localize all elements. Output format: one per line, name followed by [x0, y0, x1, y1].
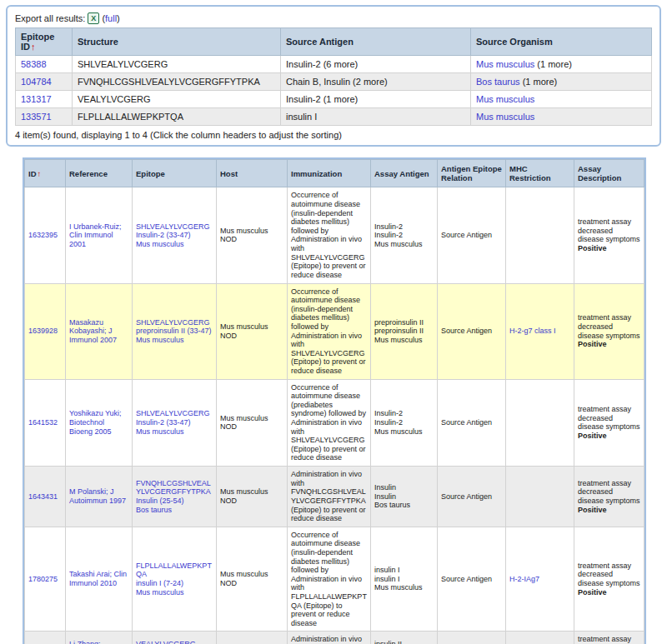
epitope-antigen-link[interactable]: preproinsulin II (33-47) [136, 327, 213, 336]
reference-link[interactable]: I Urbanek-Ruiz; Clin Immunol 2001 [69, 222, 122, 248]
epitope-sequence-link[interactable]: SHLVEALYLVCGERG [136, 318, 213, 327]
epitope-cell: FLPLLALLALWEPKPTQA insulin I (7-24) Mus … [133, 527, 217, 632]
assay-row: 1641532 Yoshikazu Yuki; Biotechnol Bioen… [25, 379, 644, 466]
assay-result: Positive [578, 340, 640, 349]
epitope-results-table: Epitope ID↑ Structure Source Antigen Sou… [15, 27, 652, 126]
assay-id-link[interactable]: 1632395 [28, 231, 58, 239]
assay-antigen-cell: Insulin-2 Insulin-2 Mus musculus [371, 379, 438, 466]
epitope-cell: FVNQHLCGSHLVEALYLVCGERGFFYTPKA Insulin (… [133, 467, 217, 527]
assay-description-cell: treatment assay decreased disease sympto… [574, 467, 644, 527]
mhc-restriction-link[interactable]: H-2-g7 class I [509, 327, 556, 335]
assay-id-link[interactable]: 1643431 [28, 492, 58, 501]
column-header-assay-description[interactable]: Assay Description [574, 160, 644, 187]
source-organism-link[interactable]: Bos taurus [476, 77, 520, 87]
assay-antigen-name: insulin I [374, 566, 434, 575]
antigen-epitope-relation-cell: Source Antigen [438, 187, 506, 283]
epitope-antigen-link[interactable]: insulin I (7-24) [136, 579, 213, 588]
epitope-organism-link[interactable]: Mus musculus [136, 588, 213, 597]
source-organism-cell: Mus musculus (1 more) [471, 56, 652, 73]
column-header-antigen-epitope-relation[interactable]: Antigen Epitope Relation [438, 160, 506, 187]
epitope-antigen-link[interactable]: Insulin (25-54) [136, 497, 213, 506]
column-header-host[interactable]: Host [217, 160, 288, 187]
assay-antigen-cell: Insulin-2 Insulin-2 Mus musculus [371, 187, 438, 283]
epitope-cell: SHLVEALYLVCGERG preproinsulin II (33-47)… [133, 283, 217, 379]
epitope-id-link[interactable]: 131317 [21, 94, 52, 104]
column-header-mhc-restriction[interactable]: MHC Restriction [506, 160, 574, 187]
epitope-cell: VEALYLVCGERG insulin II (36-47) Mus musc… [133, 632, 217, 644]
assay-antigen-name: Insulin [374, 483, 434, 492]
source-antigen-cell: insulin I [281, 108, 471, 126]
epitope-id-link[interactable]: 58388 [21, 59, 47, 69]
source-organism-link[interactable]: Mus musculus [476, 59, 534, 69]
column-header-epitope[interactable]: Epitope [133, 160, 217, 187]
column-header-epitope-id[interactable]: Epitope ID↑ [16, 28, 73, 56]
assay-antigen-name: insulin II [374, 640, 434, 644]
assay-id-link[interactable]: 1639928 [28, 327, 58, 335]
epitope-antigen-link[interactable]: Insulin-2 (33-47) [136, 231, 213, 240]
host-cell: Mus musculus NOD [217, 187, 288, 283]
assay-antigen-name: Insulin-2 [374, 409, 434, 418]
assay-row: 1885405 Li Zhang; Diabetes Metab Res Rev… [25, 632, 644, 644]
assay-description-cell: treatment assay decreased disease sympto… [574, 283, 644, 379]
column-header-reference[interactable]: Reference [66, 160, 133, 187]
excel-export-icon[interactable]: X [88, 12, 99, 24]
epitope-sequence-link[interactable]: FLPLLALLALWEPKPTQA [136, 562, 213, 579]
host-cell: Mus musculus NOD [217, 283, 288, 379]
epitope-id-link[interactable]: 104784 [21, 77, 52, 87]
epitope-row: 133571 FLPLLALLALWEPKPTQA insulin I Mus … [16, 108, 652, 126]
column-header-source-organism[interactable]: Source Organism [471, 28, 652, 56]
assay-id-link[interactable]: 1641532 [28, 418, 58, 427]
epitope-antigen-link[interactable]: Insulin-2 (33-47) [136, 418, 213, 427]
immunization-cell: Occurrence of autoimmune disease (insuli… [288, 527, 371, 632]
mhc-restriction-link[interactable]: H-2-IAg7 [509, 575, 539, 583]
assay-row: 1639928 Masakazu Kobayashi; J Immunol 20… [25, 283, 644, 379]
assay-results-panel: ID↑ Reference Epitope Host Immunization … [23, 157, 646, 644]
epitope-organism-link[interactable]: Mus musculus [136, 427, 213, 437]
source-organism-link[interactable]: Mus musculus [476, 112, 534, 122]
export-bar: Export all results: X (full) [15, 12, 652, 27]
reference-link[interactable]: Takashi Arai; Clin Immunol 2010 [69, 570, 127, 587]
epitope-sequence-link[interactable]: VEALYLVCGERG [136, 640, 213, 644]
epitope-sequence-link[interactable]: SHLVEALYLVCGERG [136, 409, 213, 418]
assay-description-cell: treatment assay decreased disease sympto… [574, 632, 644, 644]
export-results-panel: Export all results: X (full) Epitope ID↑… [6, 5, 661, 147]
reference-link[interactable]: Li Zhang; Diabetes Metab Res Rev 2011 [69, 640, 122, 644]
epitope-id-link[interactable]: 133571 [21, 112, 52, 122]
column-header-immunization[interactable]: Immunization [288, 160, 371, 187]
structure-cell: VEALYLVCGERG [73, 91, 281, 108]
reference-link[interactable]: M Polanski; J Autoimmun 1997 [69, 487, 126, 505]
assay-result: Positive [578, 588, 640, 597]
assay-description-text: treatment assay decreased disease sympto… [578, 479, 640, 505]
assay-description-text: treatment assay decreased disease sympto… [578, 405, 640, 431]
result-count-text: 4 item(s) found, displaying 1 to 4 (Clic… [15, 126, 652, 142]
column-header-assay-antigen[interactable]: Assay Antigen [371, 160, 438, 187]
assay-description-text: treatment assay decreased disease sympto… [578, 562, 640, 587]
structure-cell: FVNQHLCGSHLVEALYLVCGERGFFYTPKA [73, 73, 281, 91]
epitope-row: 104784 FVNQHLCGSHLVEALYLVCGERGFFYTPKA Ch… [16, 73, 652, 91]
assay-antigen-organism: Mus musculus [374, 240, 434, 249]
assay-row: 1643431 M Polanski; J Autoimmun 1997 FVN… [25, 467, 644, 527]
assay-antigen-parent: preproinsulin II [374, 327, 434, 336]
epitope-organism-link[interactable]: Mus musculus [136, 240, 213, 249]
epitope-organism-link[interactable]: Mus musculus [136, 336, 213, 345]
epitope-cell: SHLVEALYLVCGERG Insulin-2 (33-47) Mus mu… [133, 379, 217, 466]
epitope-organism-link[interactable]: Bos taurus [136, 506, 213, 515]
assay-id-link[interactable]: 1780275 [28, 575, 58, 583]
antigen-epitope-relation-cell: Source Antigen [438, 379, 506, 466]
column-header-source-antigen[interactable]: Source Antigen [281, 28, 471, 56]
assay-result: Positive [578, 506, 640, 515]
immunization-cell: Occurrence of autoimmune disease (insuli… [288, 283, 371, 379]
assay-description-cell: treatment assay decreased disease sympto… [574, 527, 644, 632]
column-header-id[interactable]: ID↑ [25, 160, 66, 187]
reference-link[interactable]: Masakazu Kobayashi; J Immunol 2007 [69, 318, 117, 344]
source-organism-link[interactable]: Mus musculus [476, 94, 534, 104]
epitope-sequence-link[interactable]: FVNQHLCGSHLVEALYLVCGERGFFYTPKA [136, 479, 213, 497]
column-header-structure[interactable]: Structure [73, 28, 281, 56]
assay-description-text: treatment assay decreased disease sympto… [578, 635, 640, 644]
epitope-sequence-link[interactable]: SHLVEALYLVCGERG [136, 222, 213, 232]
full-export-link[interactable]: full [105, 13, 117, 23]
paren-close: ) [117, 13, 120, 23]
assay-description-text: treatment assay decreased disease sympto… [578, 313, 640, 339]
assay-description-cell: treatment assay decreased disease sympto… [574, 187, 644, 283]
reference-link[interactable]: Yoshikazu Yuki; Biotechnol Bioeng 2005 [69, 409, 122, 435]
